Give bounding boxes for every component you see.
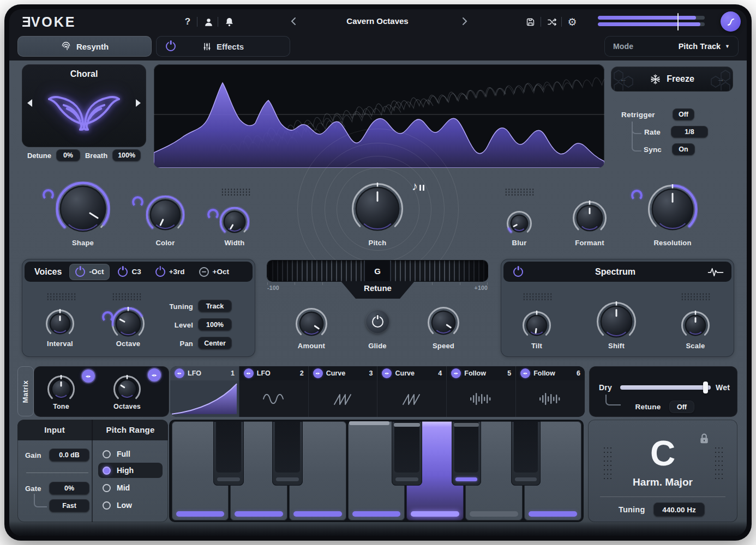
master-tuning-value[interactable]: 440.00 Hz: [653, 502, 705, 517]
drywet-slider[interactable]: [620, 385, 711, 390]
breath-value[interactable]: 100%: [112, 149, 141, 161]
tuning-value[interactable]: Track: [198, 300, 232, 312]
slot-name: Curve: [326, 370, 345, 377]
voice-tab-oct-up[interactable]: +Oct: [193, 264, 235, 280]
gate-speed-value[interactable]: Fast: [49, 499, 89, 512]
bypass-power-button[interactable]: [721, 11, 741, 32]
stereo-badge[interactable]: ◂▸: [382, 368, 392, 378]
octaves-knob[interactable]: [113, 375, 141, 403]
piano-key-black-dsharp[interactable]: [272, 421, 303, 486]
preset-prev-button[interactable]: [290, 17, 298, 27]
gain-value[interactable]: 0.0 dB: [49, 449, 89, 462]
voice-tab-c3[interactable]: C3: [112, 264, 147, 280]
root-note[interactable]: C: [588, 435, 737, 472]
stereo-badge[interactable]: ◂▸: [244, 368, 254, 378]
radio-selected-icon[interactable]: [103, 467, 111, 475]
pitch-range-option-full[interactable]: Full: [103, 450, 130, 458]
pitch-knob[interactable]: [351, 183, 404, 235]
interval-knob[interactable]: [45, 309, 75, 338]
mod-slot-lfo-2[interactable]: ◂▸ LFO 2: [239, 366, 309, 417]
amount-knob-label: Amount: [279, 342, 344, 350]
tilt-knob[interactable]: [522, 311, 551, 340]
glide-toggle-button[interactable]: [365, 310, 389, 334]
tab-resynth[interactable]: Resynth: [17, 36, 152, 57]
tone-stereo-badge[interactable]: ◂▸: [82, 370, 95, 383]
pitch-range-option-high[interactable]: High: [103, 466, 134, 475]
freeze-button[interactable]: ← → Freeze: [611, 66, 733, 92]
amount-knob[interactable]: [295, 307, 328, 340]
radio-icon[interactable]: [103, 450, 111, 458]
piano-key-black-gsharp[interactable]: [452, 421, 481, 486]
detune-value[interactable]: 0%: [56, 149, 80, 161]
meter-marker[interactable]: [677, 13, 679, 31]
preset-name[interactable]: Cavern Octaves: [312, 16, 443, 26]
scale-name[interactable]: Harm. Major: [588, 476, 737, 488]
retune-note-jog-wheel[interactable]: G: [267, 261, 488, 281]
sync-value[interactable]: On: [672, 143, 695, 155]
speed-knob[interactable]: [427, 306, 460, 339]
radio-icon[interactable]: [103, 501, 111, 510]
voice-power-icon[interactable]: [118, 267, 128, 277]
octave-knob[interactable]: [111, 307, 145, 341]
retune-min-label: -100: [267, 284, 291, 291]
notifications-bell-icon[interactable]: [223, 16, 235, 28]
choral-next-arrow[interactable]: [136, 99, 141, 107]
mod-slot-curve-3[interactable]: ◂▸ Curve 3: [309, 366, 378, 417]
randomize-shuffle-icon[interactable]: [546, 16, 558, 28]
effects-power-icon[interactable]: [166, 41, 176, 51]
spectrum-power-icon[interactable]: [513, 267, 523, 277]
slot-number: 2: [300, 370, 304, 377]
octaves-stereo-badge[interactable]: ◂▸: [148, 368, 161, 382]
drywet-slider-handle[interactable]: [703, 382, 708, 393]
voice-disabled-icon[interactable]: [199, 267, 209, 277]
divider: [92, 420, 93, 522]
retrigger-value[interactable]: Off: [673, 108, 694, 120]
rate-value[interactable]: 1/8: [671, 126, 708, 138]
piano-key-black-asharp[interactable]: [511, 421, 541, 486]
input-pitchrange-panel: Input Pitch Range Gain 0.0 dB Gate 0% Fa…: [17, 420, 168, 522]
piano-key-black-csharp[interactable]: [213, 421, 244, 486]
help-button[interactable]: ?: [182, 16, 194, 28]
level-value[interactable]: 100%: [198, 318, 232, 331]
mod-slot-curve-4[interactable]: ◂▸ Curve 4: [377, 366, 447, 417]
shift-knob[interactable]: [596, 301, 637, 342]
voice-power-icon[interactable]: [75, 267, 85, 277]
settings-gear-icon[interactable]: ⚙: [566, 16, 578, 28]
pitch-range-option-low[interactable]: Low: [103, 501, 132, 510]
radio-icon[interactable]: [103, 484, 111, 492]
formant-knob[interactable]: [572, 201, 607, 235]
stereo-badge[interactable]: ◂▸: [520, 368, 530, 378]
voice-tab-label: C3: [131, 268, 141, 276]
width-knob[interactable]: [219, 207, 250, 237]
stereo-badge[interactable]: ◂▸: [313, 368, 323, 378]
stereo-badge[interactable]: ◂▸: [451, 368, 461, 378]
account-icon[interactable]: [202, 16, 214, 28]
gate-value[interactable]: 0%: [49, 482, 89, 495]
color-knob[interactable]: [146, 195, 185, 234]
save-icon[interactable]: [524, 16, 536, 28]
mod-slot-follow-6[interactable]: ◂▸ Follow 6: [516, 366, 585, 417]
choral-prev-arrow[interactable]: [27, 99, 32, 107]
pan-value[interactable]: Center: [198, 337, 232, 349]
matrix-label: Matrix: [22, 380, 30, 402]
pitch-range-option-mid[interactable]: Mid: [103, 483, 130, 492]
blur-knob[interactable]: [506, 210, 532, 237]
tab-effects[interactable]: Effects: [156, 36, 290, 57]
resolution-knob[interactable]: [647, 184, 698, 234]
voice-tab-3rd-up[interactable]: +3rd: [149, 264, 191, 280]
piano-key-black-fsharp[interactable]: [392, 421, 422, 486]
mod-slot-lfo-1[interactable]: ◂▸ LFO 1: [170, 366, 239, 417]
output-level-slider[interactable]: [598, 15, 705, 29]
rate-label: Rate: [644, 128, 668, 136]
voice-power-icon[interactable]: [155, 267, 165, 277]
mode-select[interactable]: Mode Pitch Track ▼: [604, 36, 739, 57]
tone-knob[interactable]: [47, 375, 75, 403]
scale-knob[interactable]: [681, 311, 710, 340]
preset-next-button[interactable]: [461, 17, 470, 27]
voice-tab-oct-down[interactable]: -Oct: [69, 264, 110, 280]
sync-label: Sync: [644, 146, 668, 154]
shape-knob[interactable]: [56, 181, 110, 236]
drywet-retune-value[interactable]: Off: [669, 401, 694, 413]
mod-slot-follow-5[interactable]: ◂▸ Follow 5: [447, 366, 516, 417]
stereo-badge[interactable]: ◂▸: [175, 368, 184, 378]
